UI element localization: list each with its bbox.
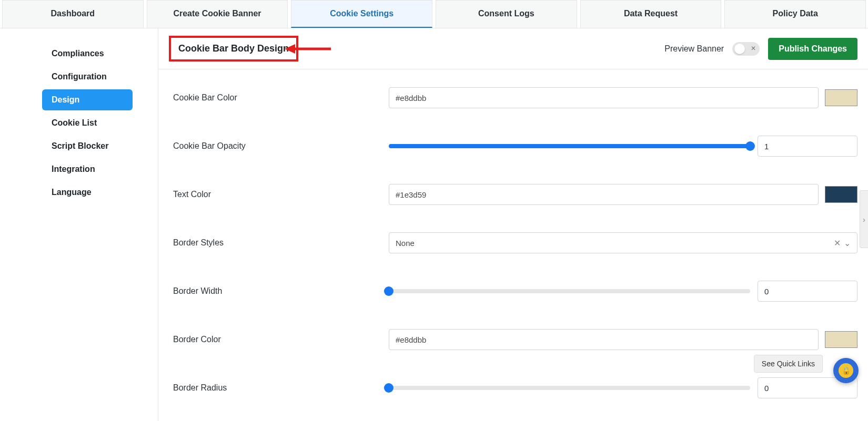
value-border-width[interactable]: 0 [758, 281, 857, 302]
row-cookie-bar-opacity: Cookie Bar Opacity 1 [173, 122, 857, 170]
callout-arrow-icon [285, 43, 332, 55]
label-cookie-bar-color: Cookie Bar Color [173, 93, 389, 102]
preview-banner-label: Preview Banner [664, 44, 724, 54]
tab-cookie-settings[interactable]: Cookie Settings [291, 0, 432, 28]
sidebar-item-integration[interactable]: Integration [42, 159, 133, 180]
preview-banner-toggle[interactable]: ✕ [732, 42, 760, 56]
swatch-text-color[interactable] [825, 186, 857, 203]
page-title-highlight: Cookie Bar Body Design [169, 36, 298, 61]
row-cookie-bar-color: Cookie Bar Color [173, 74, 857, 122]
label-border-styles: Border Styles [173, 238, 389, 248]
quick-links-button[interactable]: See Quick Links [754, 355, 823, 373]
tab-consent-logs[interactable]: Consent Logs [436, 0, 577, 28]
sidebar-item-configuration[interactable]: Configuration [42, 66, 133, 87]
label-cookie-bar-opacity: Cookie Bar Opacity [173, 141, 389, 151]
tab-create-cookie-banner[interactable]: Create Cookie Banner [147, 0, 288, 28]
swatch-cookie-bar-color[interactable] [825, 89, 857, 106]
tab-policy-data[interactable]: Policy Data [724, 0, 866, 28]
shield-lock-icon: 🔒 [839, 363, 853, 378]
select-border-styles-value: None [396, 239, 415, 248]
slider-cookie-bar-opacity[interactable] [389, 141, 750, 151]
svg-marker-1 [285, 44, 295, 54]
label-border-color: Border Color [173, 335, 389, 344]
tab-data-request[interactable]: Data Request [580, 0, 722, 28]
help-bubble-button[interactable]: 🔒 [833, 358, 859, 383]
sidebar-item-compliances[interactable]: Compliances [42, 43, 133, 64]
slider-border-radius[interactable] [389, 383, 750, 393]
row-font: Font Default theme font ✕ ⌄ [173, 412, 857, 421]
publish-changes-button[interactable]: Publish Changes [768, 38, 857, 60]
sidebar-item-cookie-list[interactable]: Cookie List [42, 112, 133, 134]
page-header: Cookie Bar Body Design Preview Banner ✕ … [158, 28, 868, 69]
row-border-width: Border Width 0 [173, 267, 857, 315]
settings-sidebar: Compliances Configuration Design Cookie … [0, 28, 158, 421]
input-border-color[interactable] [389, 329, 819, 350]
label-border-radius: Border Radius [173, 383, 389, 393]
row-border-styles: Border Styles None ✕ ⌄ [173, 219, 857, 267]
toggle-off-icon: ✕ [751, 45, 756, 52]
label-border-width: Border Width [173, 286, 389, 296]
value-cookie-bar-opacity[interactable]: 1 [758, 136, 857, 157]
row-text-color: Text Color [173, 170, 857, 219]
input-cookie-bar-color[interactable] [389, 87, 819, 108]
swatch-border-color[interactable] [825, 331, 857, 348]
top-tabs: Dashboard Create Cookie Banner Cookie Se… [0, 0, 868, 28]
clear-icon[interactable]: ✕ [834, 238, 841, 248]
page-title: Cookie Bar Body Design [178, 43, 289, 54]
sidebar-item-language[interactable]: Language [42, 182, 133, 203]
side-drawer-handle[interactable]: › [860, 190, 868, 248]
label-text-color: Text Color [173, 190, 389, 199]
input-text-color[interactable] [389, 184, 819, 205]
slider-border-width[interactable] [389, 286, 750, 296]
sidebar-item-design[interactable]: Design [42, 89, 133, 110]
chevron-down-icon[interactable]: ⌄ [844, 238, 851, 248]
tab-dashboard[interactable]: Dashboard [2, 0, 144, 28]
sidebar-item-script-blocker[interactable]: Script Blocker [42, 136, 133, 157]
select-border-styles[interactable]: None ✕ ⌄ [389, 232, 857, 253]
